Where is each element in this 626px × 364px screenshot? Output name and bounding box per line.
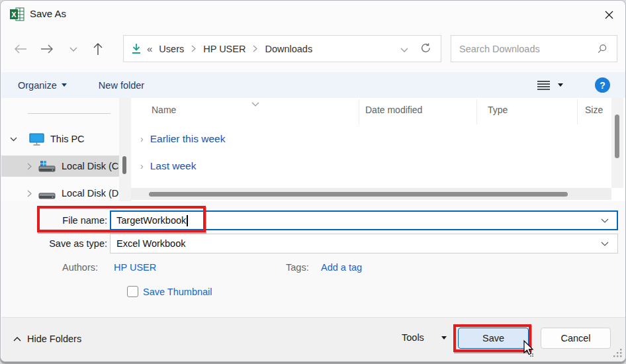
help-icon[interactable]: ?: [595, 77, 610, 93]
save-as-dialog: X Save As « Users HP USER Downloads: [0, 0, 626, 362]
add-a-tag-link[interactable]: Add a tag: [321, 262, 362, 273]
sidebar-scrollbar[interactable]: [119, 98, 131, 201]
sort-chevron-icon[interactable]: [251, 98, 259, 109]
column-header-date-modified[interactable]: Date modified: [365, 105, 422, 115]
back-button[interactable]: [11, 40, 30, 58]
breadcrumb-separator-icon: [249, 45, 261, 52]
resize-grip[interactable]: [613, 349, 622, 359]
tree-item-label: This PC: [50, 134, 85, 144]
window-title: Save As: [30, 8, 66, 19]
breadcrumb-separator-icon: [188, 45, 199, 52]
horizontal-scrollbar[interactable]: [131, 188, 611, 200]
sidebar-divider: [28, 113, 111, 114]
system-drive-icon: [38, 161, 56, 172]
svg-text:X: X: [11, 11, 17, 19]
hide-folders-button[interactable]: Hide Folders: [13, 334, 81, 344]
list-view-icon: [537, 80, 550, 91]
tags-label: Tags:: [286, 262, 309, 273]
downloads-folder-icon: [124, 43, 142, 54]
tree-item-label: Local Disk (C: [62, 161, 118, 171]
group-label: Last week: [150, 160, 197, 172]
column-header-type[interactable]: Type: [488, 105, 508, 115]
close-icon[interactable]: [602, 7, 616, 22]
tools-button[interactable]: Tools: [402, 332, 447, 343]
column-header-name[interactable]: Name: [152, 105, 176, 115]
save-thumbnail-option: Save Thumbnail: [127, 286, 212, 297]
file-list-scrollbar[interactable]: [611, 98, 623, 188]
chevron-right-icon[interactable]: ›: [140, 134, 144, 144]
chevron-right-icon[interactable]: ›: [140, 161, 144, 171]
group-earlier-this-week[interactable]: › Earlier this week: [140, 133, 225, 145]
save-as-type-select[interactable]: Excel Workbook: [110, 234, 618, 253]
main-area: This PC Local Disk (C: [1, 98, 626, 201]
save-as-type-value: Excel Workbook: [116, 238, 186, 249]
organize-label: Organize: [18, 80, 57, 91]
chevron-down-icon: [62, 83, 67, 87]
chevron-right-icon[interactable]: [25, 163, 33, 170]
search-box: [451, 35, 617, 62]
sidebar-scrollbar-thumb[interactable]: [122, 156, 126, 174]
annotation-rect-save: [453, 324, 531, 352]
file-list-scrollbar-thumb[interactable]: [615, 114, 619, 158]
folder-tree: This PC Local Disk (C: [1, 98, 119, 201]
chevron-up-icon: [13, 337, 21, 341]
search-icon[interactable]: [597, 44, 617, 54]
cancel-button[interactable]: Cancel: [541, 328, 611, 349]
new-folder-label: New folder: [99, 80, 144, 91]
annotation-rect-file-name: [37, 206, 206, 232]
save-thumbnail-checkbox[interactable]: [127, 286, 138, 297]
breadcrumb-overflow[interactable]: «: [142, 43, 155, 54]
new-folder-button[interactable]: New folder: [92, 72, 151, 98]
address-dropdown-chevron-icon[interactable]: [400, 44, 408, 54]
chevron-down-icon[interactable]: [601, 218, 611, 223]
title-bar: X Save As: [1, 1, 625, 28]
group-label: Earlier this week: [150, 133, 226, 145]
column-separator[interactable]: [359, 99, 359, 124]
chevron-right-icon[interactable]: [25, 190, 33, 197]
tree-item-label: Local Disk (D: [62, 188, 118, 199]
column-separator[interactable]: [476, 99, 477, 124]
authors-label: Authors:: [62, 262, 98, 273]
search-input[interactable]: [451, 44, 597, 54]
tree-item-local-disk-c[interactable]: Local Disk (C: [1, 156, 119, 177]
chevron-down-icon: [558, 83, 563, 87]
group-last-week[interactable]: › Last week: [140, 160, 196, 172]
chevron-down-icon[interactable]: [9, 137, 17, 142]
file-list: Name Date modified Type Size › Earlier t…: [131, 98, 611, 201]
hide-folders-label: Hide Folders: [27, 334, 81, 344]
save-as-type-label: Save as type:: [38, 238, 107, 249]
chevron-down-icon: [441, 336, 447, 340]
breadcrumb-downloads[interactable]: Downloads: [261, 44, 316, 54]
up-button[interactable]: [89, 40, 107, 58]
breadcrumb-hp-user[interactable]: HP USER: [199, 44, 249, 54]
breadcrumb-users[interactable]: Users: [155, 44, 188, 54]
authors-value-link[interactable]: HP USER: [114, 262, 156, 273]
change-view-button[interactable]: [532, 80, 568, 91]
organize-button[interactable]: Organize: [11, 72, 73, 98]
drive-icon: [38, 188, 56, 199]
column-header-size[interactable]: Size: [585, 105, 603, 115]
save-thumbnail-label: Save Thumbnail: [143, 287, 212, 297]
horizontal-scrollbar-thumb[interactable]: [149, 192, 568, 197]
address-bar[interactable]: « Users HP USER Downloads: [123, 35, 441, 62]
refresh-icon[interactable]: [420, 42, 431, 56]
chevron-down-icon[interactable]: [601, 242, 611, 246]
command-toolbar: Organize New folder ?: [1, 72, 626, 98]
mouse-cursor-icon: [521, 340, 535, 360]
recent-locations-chevron-icon[interactable]: [64, 40, 83, 58]
column-separator[interactable]: [577, 99, 578, 124]
tools-label: Tools: [402, 332, 424, 343]
excel-icon: X: [10, 7, 24, 21]
tree-item-this-pc[interactable]: This PC: [1, 128, 119, 150]
monitor-icon: [29, 133, 44, 146]
forward-button[interactable]: [38, 40, 56, 58]
